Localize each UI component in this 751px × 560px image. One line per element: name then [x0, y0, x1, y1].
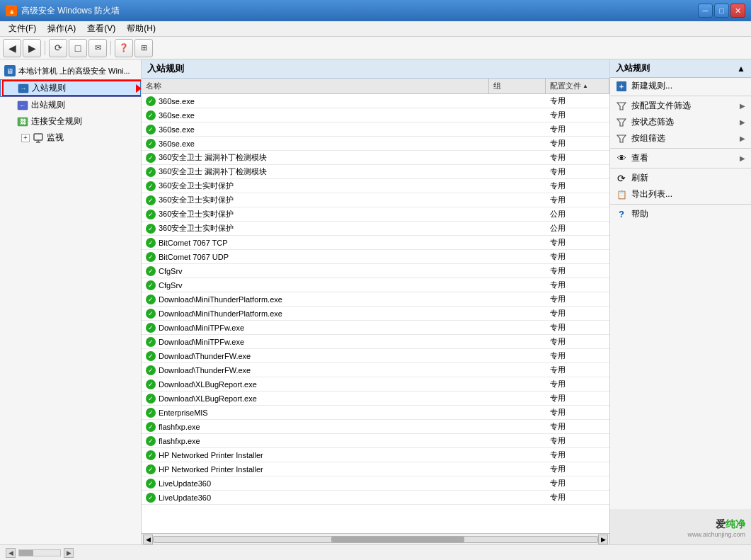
table-row[interactable]: ✓ HP Networked Printer Installer 专用	[142, 462, 609, 476]
refresh-button[interactable]: ⟳	[49, 39, 67, 57]
sidebar-item-connection-security[interactable]: ⛓ 连接安全规则	[0, 113, 141, 130]
menu-view[interactable]: 查看(V)	[81, 21, 121, 36]
table-row[interactable]: ✓ Download\XLBugReport.exe 专用	[142, 377, 609, 392]
menu-action[interactable]: 操作(A)	[42, 21, 81, 36]
action-refresh-label: 刷新	[631, 172, 648, 184]
table-row[interactable]: ✓ Download\MiniThunderPlatform.exe 专用	[142, 292, 609, 307]
sidebar-item-inbound[interactable]: → 入站规则	[0, 79, 141, 97]
cell-profile: 专用	[546, 251, 609, 263]
col-group[interactable]: 组	[489, 79, 546, 93]
table-row[interactable]: ✓ Download\ThunderFW.exe 专用	[142, 363, 609, 377]
table-row[interactable]: ✓ 360安全卫士实时保护 公用	[142, 207, 609, 222]
back-button[interactable]: ◀	[3, 39, 21, 57]
table-row[interactable]: ✓ 360se.exe 专用	[142, 94, 609, 108]
cell-group	[489, 157, 546, 159]
table-row[interactable]: ✓ 360se.exe 专用	[142, 137, 609, 151]
table-row[interactable]: ✓ flashfxp.exe 专用	[142, 420, 609, 434]
mail-button[interactable]: ✉	[88, 39, 107, 57]
table-row[interactable]: ✓ 360安全卫士 漏洞补丁检测模块 专用	[142, 165, 609, 179]
toolbar: ◀ ▶ ⟳ □ ✉ ❓ ⊞	[0, 37, 751, 59]
tree-expand-monitor[interactable]: +	[21, 134, 30, 142]
cell-group	[489, 143, 546, 144]
watermark-brand: 爱纯净	[687, 516, 745, 531]
statusbar-scroll-right[interactable]: ▶	[64, 548, 74, 558]
help-action-icon: ?	[616, 209, 627, 220]
table-row[interactable]: ✓ 360se.exe 专用	[142, 122, 609, 137]
status-check-icon: ✓	[146, 450, 156, 460]
rule-name-text: Download\ThunderFW.exe	[159, 352, 251, 360]
action-new-rule[interactable]: + 新建规则...	[610, 78, 751, 94]
action-filter-status[interactable]: 按状态筛选 ▶	[610, 114, 751, 130]
table-row[interactable]: ✓ Download\XLBugReport.exe 专用	[142, 392, 609, 406]
table-row[interactable]: ✓ flashfxp.exe 专用	[142, 434, 609, 448]
cell-group	[489, 398, 546, 399]
table-row[interactable]: ✓ Download\MiniThunderPlatform.exe 专用	[142, 307, 609, 321]
cell-profile: 专用	[546, 194, 609, 206]
statusbar: ◀ ▶	[0, 544, 751, 560]
table-row[interactable]: ✓ CfgSrv 专用	[142, 278, 609, 292]
status-check-icon: ✓	[146, 210, 156, 219]
status-check-icon: ✓	[146, 238, 156, 248]
action-view[interactable]: 👁 查看 ▶	[610, 150, 751, 166]
table-row[interactable]: ✓ 360安全卫士 漏洞补丁检测模块 专用	[142, 151, 609, 165]
scroll-right-button[interactable]: ▶	[598, 535, 608, 544]
table-row[interactable]: ✓ 360se.exe 专用	[142, 108, 609, 122]
rule-name-text: 360se.exe	[159, 97, 195, 105]
status-check-icon: ✓	[146, 422, 156, 432]
tree-root[interactable]: 🖥 本地计算机 上的高级安全 Wini...	[0, 62, 141, 79]
table-row[interactable]: ✓ BitComet 7067 TCP 专用	[142, 236, 609, 250]
action-header-label: 入站规则	[616, 62, 650, 74]
table-row[interactable]: ✓ Download\ThunderFW.exe 专用	[142, 349, 609, 363]
cell-group	[489, 469, 546, 470]
action-filter-group[interactable]: 按组筛选 ▶	[610, 130, 751, 147]
minimize-button[interactable]: ─	[698, 4, 713, 18]
action-filter-status-label: 按状态筛选	[631, 116, 674, 128]
help-button[interactable]: ❓	[115, 39, 133, 57]
menu-help[interactable]: 帮助(H)	[121, 21, 161, 36]
toolbar-separator-2	[110, 41, 111, 55]
cell-profile: 专用	[546, 421, 609, 433]
status-check-icon: ✓	[146, 280, 156, 290]
horizontal-scrollbar[interactable]: ◀ ▶	[142, 533, 609, 544]
maximize-button[interactable]: □	[714, 4, 729, 18]
statusbar-scroll-track[interactable]	[18, 549, 61, 556]
filter-profile-arrow: ▶	[740, 102, 745, 110]
table-row[interactable]: ✓ 360安全卫士实时保护 专用	[142, 179, 609, 193]
cell-name: ✓ CfgSrv	[142, 280, 489, 291]
scroll-left-button[interactable]: ◀	[143, 535, 153, 544]
table-row[interactable]: ✓ 360安全卫士实时保护 公用	[142, 222, 609, 236]
sidebar-item-inbound-label: 入站规则	[32, 82, 66, 94]
properties-button[interactable]: □	[69, 39, 87, 57]
sidebar-item-outbound[interactable]: ← 出站规则	[0, 97, 141, 113]
cell-group	[489, 115, 546, 116]
table-row[interactable]: ✓ LiveUpdate360 专用	[142, 491, 609, 505]
col-name[interactable]: 名称	[142, 79, 489, 93]
grid-button[interactable]: ⊞	[134, 39, 153, 57]
col-profile[interactable]: 配置文件	[546, 79, 609, 93]
table-row[interactable]: ✓ EnterpriseMIS 专用	[142, 406, 609, 420]
menu-file[interactable]: 文件(F)	[3, 21, 42, 36]
status-check-icon: ✓	[146, 493, 156, 503]
forward-button[interactable]: ▶	[23, 39, 41, 57]
rules-table-body: ✓ 360se.exe 专用 ✓ 360se.exe 专用 ✓ 360se.ex…	[142, 94, 609, 533]
table-row[interactable]: ✓ Download\MiniTPFw.exe 专用	[142, 321, 609, 335]
close-button[interactable]: ✕	[730, 4, 745, 18]
status-scroll: ◀ ▶	[6, 548, 74, 558]
action-filter-profile[interactable]: 按配置文件筛选 ▶	[610, 98, 751, 114]
sidebar-item-monitor-label: 监视	[47, 132, 64, 144]
table-row[interactable]: ✓ 360安全卫士实时保护 专用	[142, 193, 609, 207]
cell-profile: 专用	[546, 123, 609, 135]
table-row[interactable]: ✓ HP Networked Printer Installer 专用	[142, 448, 609, 462]
action-export[interactable]: 📋 导出列表...	[610, 186, 751, 202]
action-help[interactable]: ? 帮助	[610, 206, 751, 222]
table-row[interactable]: ✓ BitComet 7067 UDP 专用	[142, 250, 609, 264]
cell-group	[489, 200, 546, 201]
sidebar-item-monitor[interactable]: + 监视	[0, 130, 141, 146]
table-row[interactable]: ✓ Download\MiniTPFw.exe 专用	[142, 335, 609, 349]
statusbar-scroll-left[interactable]: ◀	[6, 548, 16, 558]
table-row[interactable]: ✓ CfgSrv 专用	[142, 264, 609, 278]
cell-name: ✓ Download\XLBugReport.exe	[142, 393, 489, 404]
scroll-track[interactable]	[153, 536, 598, 543]
table-row[interactable]: ✓ LiveUpdate360 专用	[142, 476, 609, 491]
action-refresh[interactable]: ⟳ 刷新	[610, 170, 751, 186]
